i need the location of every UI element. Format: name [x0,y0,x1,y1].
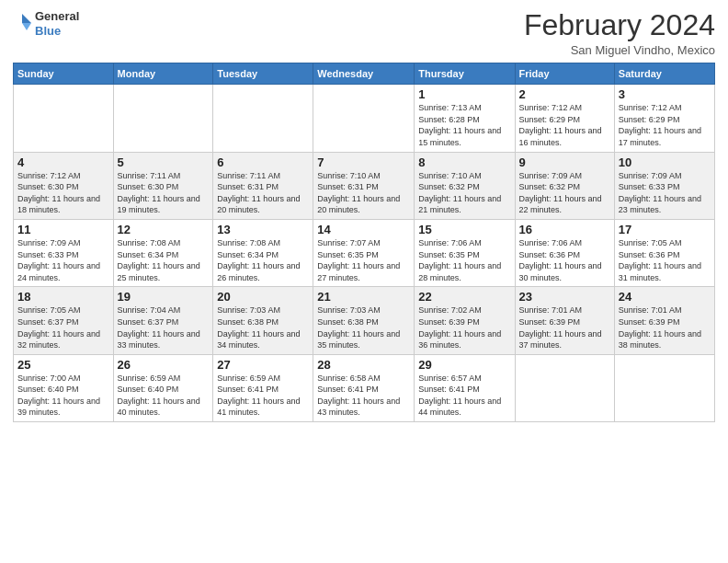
day-number: 4 [17,155,109,169]
calendar-cell [515,354,614,421]
logo-general: General [35,9,79,24]
calendar-cell: 25Sunrise: 7:00 AMSunset: 6:40 PMDayligh… [14,354,114,421]
day-info-line: Sunset: 6:34 PM [118,250,179,259]
header-friday: Friday [515,63,614,85]
calendar-cell: 23Sunrise: 7:01 AMSunset: 6:39 PMDayligh… [515,287,614,354]
day-info-line: Daylight: 11 hours and 36 minutes. [418,329,501,350]
day-info-line: Sunrise: 7:03 AM [317,305,381,315]
day-info-line: Sunrise: 7:09 AM [17,238,81,247]
header-saturday: Saturday [614,63,714,85]
day-number: 27 [217,358,309,372]
day-number: 11 [17,223,109,236]
day-info: Sunrise: 7:09 AMSunset: 6:33 PMDaylight:… [17,237,109,283]
calendar-cell: 20Sunrise: 7:03 AMSunset: 6:38 PMDayligh… [213,287,313,354]
day-number: 29 [418,358,510,372]
day-number: 10 [619,155,711,169]
day-info-line: Daylight: 11 hours and 43 minutes. [317,396,400,418]
day-info-line: Daylight: 11 hours and 20 minutes. [217,194,300,215]
calendar-cell: 24Sunrise: 7:01 AMSunset: 6:39 PMDayligh… [614,287,714,354]
day-info-line: Daylight: 11 hours and 44 minutes. [418,396,501,418]
day-info-line: Sunset: 6:40 PM [118,385,179,394]
header-wednesday: Wednesday [313,63,415,85]
day-info-line: Sunset: 6:39 PM [519,317,581,327]
day-info-line: Daylight: 11 hours and 21 minutes. [418,194,501,215]
title-block: February 2024 San Miguel Vindho, Mexico [524,9,715,57]
day-info: Sunrise: 6:57 AMSunset: 6:41 PMDaylight:… [418,373,510,419]
subtitle: San Miguel Vindho, Mexico [524,43,715,57]
day-info-line: Sunrise: 7:09 AM [519,171,583,180]
day-info: Sunrise: 7:12 AMSunset: 6:29 PMDaylight:… [519,102,610,148]
day-info: Sunrise: 6:59 AMSunset: 6:41 PMDaylight:… [217,373,309,419]
day-info: Sunrise: 7:12 AMSunset: 6:30 PMDaylight:… [17,170,109,216]
day-info-line: Daylight: 11 hours and 30 minutes. [519,261,602,282]
day-info-line: Daylight: 11 hours and 17 minutes. [619,126,701,147]
logo-blue: Blue [35,24,79,39]
day-info: Sunrise: 7:08 AMSunset: 6:34 PMDaylight:… [217,237,309,283]
calendar-cell: 12Sunrise: 7:08 AMSunset: 6:34 PMDayligh… [113,219,213,286]
calendar-week-row: 1Sunrise: 7:13 AMSunset: 6:28 PMDaylight… [14,85,715,152]
day-info-line: Sunset: 6:32 PM [519,182,581,191]
day-info-line: Sunrise: 7:10 AM [317,171,381,180]
day-info-line: Sunset: 6:28 PM [418,115,480,124]
calendar-cell: 29Sunrise: 6:57 AMSunset: 6:41 PMDayligh… [415,354,515,421]
calendar-cell: 3Sunrise: 7:12 AMSunset: 6:29 PMDaylight… [614,85,714,152]
day-info-line: Sunrise: 7:08 AM [118,238,181,247]
day-info-line: Daylight: 11 hours and 34 minutes. [217,329,300,350]
calendar-week-row: 25Sunrise: 7:00 AMSunset: 6:40 PMDayligh… [14,354,715,421]
day-info: Sunrise: 7:05 AMSunset: 6:37 PMDaylight:… [17,304,109,350]
day-info-line: Sunset: 6:30 PM [118,182,179,191]
day-info: Sunrise: 7:01 AMSunset: 6:39 PMDaylight:… [619,304,711,350]
calendar-cell [614,354,714,421]
main-title: February 2024 [524,9,715,41]
calendar-week-row: 4Sunrise: 7:12 AMSunset: 6:30 PMDaylight… [14,152,715,219]
calendar-cell [213,85,313,152]
day-info-line: Daylight: 11 hours and 41 minutes. [217,396,300,418]
header-sunday: Sunday [14,63,114,85]
day-info-line: Sunset: 6:39 PM [619,317,680,327]
day-info: Sunrise: 7:13 AMSunset: 6:28 PMDaylight:… [418,102,510,148]
day-info-line: Daylight: 11 hours and 35 minutes. [317,329,400,350]
day-info-line: Sunrise: 7:09 AM [619,171,682,180]
calendar-cell: 16Sunrise: 7:06 AMSunset: 6:36 PMDayligh… [515,219,614,286]
day-number: 9 [519,155,610,169]
day-info-line: Daylight: 11 hours and 18 minutes. [17,194,100,215]
logo-bird-icon [13,10,33,38]
day-info: Sunrise: 7:04 AMSunset: 6:37 PMDaylight:… [118,304,210,350]
day-info-line: Sunset: 6:33 PM [619,182,680,191]
day-info-line: Daylight: 11 hours and 16 minutes. [519,126,602,147]
day-info: Sunrise: 6:58 AMSunset: 6:41 PMDaylight:… [317,373,410,419]
day-info: Sunrise: 7:11 AMSunset: 6:31 PMDaylight:… [217,170,309,216]
day-number: 28 [317,358,410,372]
day-info-line: Sunset: 6:39 PM [418,317,480,327]
day-number: 19 [118,290,210,304]
day-info-line: Sunset: 6:41 PM [418,385,480,394]
day-info: Sunrise: 7:00 AMSunset: 6:40 PMDaylight:… [17,373,109,419]
day-info-line: Sunrise: 7:10 AM [418,171,482,180]
day-info-line: Daylight: 11 hours and 37 minutes. [519,329,602,350]
calendar-cell: 9Sunrise: 7:09 AMSunset: 6:32 PMDaylight… [515,152,614,219]
day-number: 16 [519,223,610,236]
day-number: 21 [317,290,410,304]
day-info-line: Sunrise: 6:59 AM [118,373,181,383]
day-info-line: Sunset: 6:29 PM [519,115,581,124]
day-info-line: Daylight: 11 hours and 25 minutes. [118,261,200,282]
day-info-line: Daylight: 11 hours and 32 minutes. [17,329,100,350]
day-info-line: Daylight: 11 hours and 40 minutes. [118,396,200,418]
page: General Blue February 2024 San Miguel Vi… [0,0,728,563]
day-info-line: Sunset: 6:36 PM [619,250,680,259]
day-info-line: Sunset: 6:36 PM [519,250,581,259]
day-info-line: Sunset: 6:37 PM [17,317,79,327]
day-info: Sunrise: 7:05 AMSunset: 6:36 PMDaylight:… [619,237,711,283]
day-info-line: Daylight: 11 hours and 23 minutes. [619,194,701,215]
day-number: 7 [317,155,410,169]
day-info-line: Sunrise: 7:12 AM [519,103,583,112]
day-info-line: Sunrise: 7:01 AM [619,305,682,315]
day-number: 15 [418,223,510,236]
day-info: Sunrise: 7:02 AMSunset: 6:39 PMDaylight:… [418,304,510,350]
calendar-cell: 1Sunrise: 7:13 AMSunset: 6:28 PMDaylight… [415,85,515,152]
calendar-cell [313,85,415,152]
day-info-line: Sunrise: 7:05 AM [17,305,81,315]
calendar-cell [113,85,213,152]
day-info-line: Daylight: 11 hours and 22 minutes. [519,194,602,215]
day-number: 13 [217,223,309,236]
